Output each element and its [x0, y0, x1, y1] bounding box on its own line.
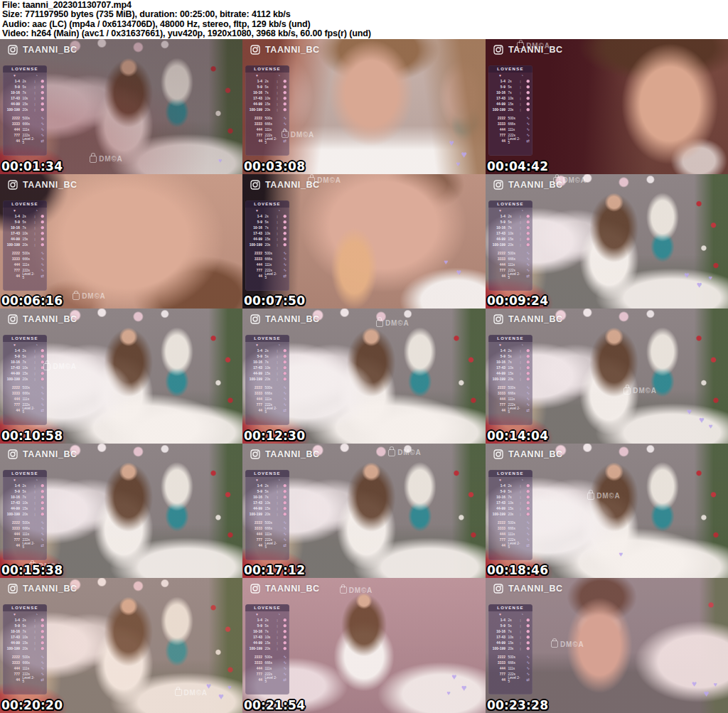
- tip-duration: 666s: [508, 660, 520, 665]
- tip-tokens: 44-99: [491, 641, 505, 645]
- tip-row: 44-9915s|: [245, 505, 289, 511]
- tip-tokens: 100-199: [6, 647, 20, 651]
- toy-icon: [284, 97, 287, 100]
- wave-icon: ⇄: [526, 677, 530, 681]
- pattern-rows: 2222500s∿3333666s∿444111s∿777222s∿44Leve…: [3, 385, 47, 413]
- divider: |: [35, 85, 36, 89]
- tip-duration: Level 2-5: [23, 675, 35, 683]
- dmca-watermark: DM©A: [282, 131, 314, 139]
- tip-row: 17-4310s|: [3, 365, 47, 370]
- pattern-row: 444111s∿: [245, 396, 289, 402]
- toy-icon: [284, 80, 287, 83]
- tip-duration: 7s: [508, 225, 520, 230]
- toy-icon: [41, 220, 45, 223]
- toy-icon: [284, 102, 287, 106]
- tip-row: 100-19920s|: [3, 511, 47, 517]
- lovense-panel: LOVENSE ♥ ◔ 1-42s|5-95s|10-167s|17-4310s…: [488, 470, 532, 560]
- tip-tokens: 10-16: [6, 630, 20, 634]
- tip-row: 5-95s|: [3, 84, 47, 90]
- lovense-panel: LOVENSE ♥ ◔ 1-42s|5-95s|10-167s|17-4310s…: [245, 65, 289, 156]
- lovense-logo: LOVENSE: [3, 200, 47, 208]
- divider: |: [277, 225, 278, 229]
- toy-icon: [41, 349, 45, 353]
- tip-tokens: 44-99: [491, 506, 505, 510]
- toy-icon: [41, 80, 45, 83]
- pattern-row: 3333666s∿: [3, 390, 47, 396]
- toy-icon: [41, 97, 45, 100]
- tip-tokens: 3333: [6, 526, 20, 530]
- divider: |: [520, 360, 521, 364]
- divider: |: [277, 501, 278, 505]
- instagram-icon: [493, 179, 504, 191]
- tip-duration: 7s: [265, 360, 277, 364]
- tip-tokens: 100-199: [248, 242, 262, 247]
- tip-row: 44-9915s|: [245, 370, 289, 376]
- divider: |: [520, 636, 521, 639]
- wave-icon: ∿: [526, 520, 530, 524]
- tip-duration: Level 2-5: [265, 675, 277, 683]
- pattern-row: 2222500s∿: [3, 385, 47, 390]
- tip-tokens: 1-4: [491, 214, 505, 218]
- pattern-row: 2222500s∿: [488, 250, 532, 255]
- tip-tokens: 17-43: [491, 231, 505, 235]
- divider: |: [35, 214, 36, 218]
- toy-icon: [527, 636, 530, 639]
- channel-watermark: TAANNI_BC: [493, 179, 563, 191]
- tip-duration: 500s: [508, 385, 520, 390]
- toy-icon: [527, 108, 530, 112]
- wave-icon: ∿: [526, 660, 530, 664]
- tip-tokens: 17-43: [6, 636, 20, 640]
- tip-duration: 2s: [265, 214, 277, 218]
- tip-tokens: 100-199: [6, 242, 20, 247]
- divider: |: [35, 225, 36, 229]
- lovense-logo: LOVENSE: [488, 65, 532, 73]
- timer-icon: ◔: [278, 74, 280, 78]
- tip-duration: Level 2-5: [508, 541, 520, 549]
- pattern-rows: 2222500s∿3333666s∿444111s∿777222s∿44Leve…: [245, 519, 289, 547]
- tip-tokens: 5-9: [248, 85, 262, 89]
- channel-watermark: TAANNI_BC: [493, 449, 563, 460]
- tip-row: 10-167s|: [488, 494, 532, 500]
- wave-icon: ∿: [526, 268, 530, 272]
- divider: |: [520, 225, 521, 229]
- tip-tokens: 777: [248, 133, 262, 137]
- tip-row: 10-167s|: [3, 359, 47, 365]
- tip-tokens: 2222: [248, 655, 262, 659]
- tip-tokens: 3333: [6, 122, 20, 126]
- tip-duration: 111s: [265, 127, 277, 132]
- toy-icon: [284, 484, 287, 488]
- toy-icon: [41, 630, 45, 633]
- toy-icon: [41, 242, 45, 246]
- divider: |: [35, 490, 36, 493]
- wave-icon: ∿: [283, 116, 287, 119]
- lovense-logo: LOVENSE: [245, 604, 289, 611]
- tip-duration: 2s: [23, 214, 35, 218]
- timer-icon: ◔: [521, 74, 523, 78]
- tip-tokens: 5-9: [491, 85, 505, 89]
- toy-icon: [284, 237, 287, 240]
- tip-duration: 10s: [23, 500, 35, 505]
- wave-icon: ∿: [41, 127, 44, 131]
- divider: |: [277, 618, 278, 622]
- tip-duration: 666s: [23, 391, 35, 395]
- tip-row: 44-9915s|: [3, 370, 47, 376]
- dmca-text: DM©A: [317, 176, 341, 184]
- tip-tokens: 10-16: [491, 495, 505, 499]
- tip-level-rows: 1-42s|5-95s|10-167s|17-4310s|44-9915s|10…: [3, 78, 47, 112]
- video-contact-sheet: File: taanni_202301130707.mp4 Size: 7711…: [0, 0, 728, 713]
- divider: |: [520, 242, 521, 246]
- tip-duration: 111s: [23, 532, 35, 536]
- wave-icon: ∿: [41, 391, 44, 395]
- tip-tokens: 5-9: [6, 489, 20, 493]
- pattern-row: 2222500s∿: [3, 519, 47, 525]
- tip-duration: 2s: [508, 618, 520, 623]
- lovense-tip-menu: LOVENSE ♥ ◔ 1-42s|5-95s|10-167s|17-4310s…: [245, 200, 289, 291]
- tip-tokens: 10-16: [6, 495, 20, 499]
- tip-duration: 500s: [23, 385, 35, 390]
- tip-duration: 5s: [265, 489, 277, 493]
- wave-icon: ⇄: [526, 543, 530, 547]
- tip-duration: 2s: [23, 79, 35, 83]
- tip-tokens: 17-43: [248, 500, 262, 505]
- tip-tokens: 777: [6, 537, 20, 542]
- tip-tokens: 10-16: [248, 360, 262, 364]
